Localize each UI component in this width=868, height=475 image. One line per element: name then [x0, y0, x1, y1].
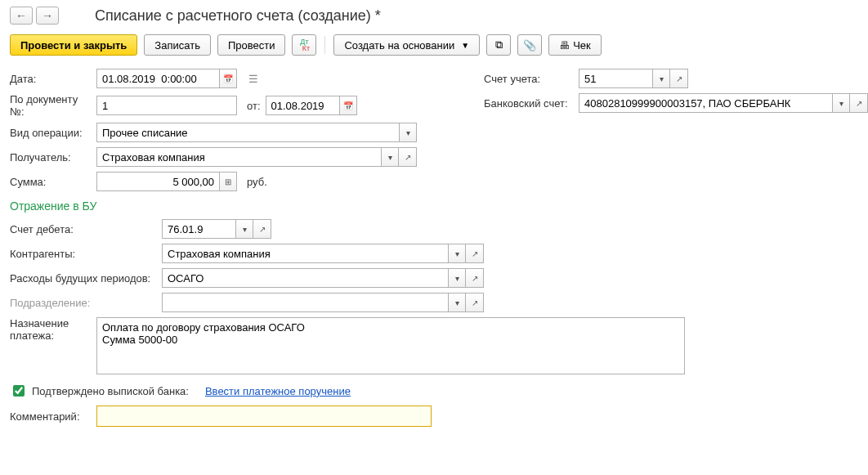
purpose-textarea[interactable] — [96, 317, 685, 374]
dt-kt-button[interactable]: ДтКт — [292, 34, 316, 56]
open-icon[interactable]: ↗ — [670, 69, 688, 88]
open-icon[interactable]: ↗ — [399, 147, 417, 167]
optype-label: Вид операции: — [10, 127, 92, 139]
dropdown-icon[interactable]: ▾ — [448, 268, 466, 288]
recipient-label: Получатель: — [10, 151, 92, 164]
from-date-group: 📅 — [266, 96, 357, 115]
sum-group: ⊞ — [96, 172, 237, 191]
calculator-icon[interactable]: ⊞ — [219, 172, 237, 191]
post-button[interactable]: Провести — [217, 34, 286, 56]
calendar-icon[interactable]: 📅 — [219, 69, 237, 88]
debit-input[interactable] — [162, 219, 235, 239]
create-based-on-button[interactable]: Создать на основании ▼ — [333, 34, 480, 56]
rbp-group: ▾ ↗ — [162, 268, 484, 288]
recipient-input[interactable] — [96, 147, 381, 167]
from-date-input[interactable] — [266, 96, 339, 115]
docnum-label: По документу №: — [10, 93, 92, 118]
currency-label: руб. — [247, 176, 267, 188]
attach-button[interactable]: 📎 — [517, 34, 542, 56]
create-based-label: Создать на основании — [344, 39, 454, 52]
toolbar-separator — [324, 36, 325, 54]
chevron-down-icon: ▼ — [461, 41, 469, 50]
contragent-input[interactable] — [162, 244, 448, 263]
cheque-label: Чек — [573, 39, 591, 52]
comment-input[interactable] — [96, 406, 432, 427]
dropdown-icon[interactable]: ▾ — [832, 93, 850, 113]
nav-back-button[interactable]: ← — [10, 7, 33, 25]
comment-label: Комментарий: — [10, 410, 92, 423]
account-group: ▾ ↗ — [579, 69, 688, 88]
confirmed-checkbox[interactable] — [13, 385, 25, 397]
from-label: от: — [247, 100, 261, 112]
rbp-label: Расходы будущих периодов: — [10, 272, 157, 285]
dropdown-icon[interactable]: ▾ — [448, 293, 466, 312]
open-icon[interactable]: ↗ — [466, 268, 484, 288]
open-icon[interactable]: ↗ — [466, 293, 484, 312]
date-label: Дата: — [10, 73, 92, 85]
optype-group: ▾ — [96, 123, 417, 142]
printer-icon: 🖶 — [559, 39, 570, 52]
subdiv-input[interactable] — [162, 293, 448, 312]
docnum-input[interactable] — [96, 96, 237, 115]
subdiv-label: Подразделение: — [10, 297, 157, 309]
dropdown-icon[interactable]: ▾ — [652, 69, 670, 88]
contragent-label: Контрагенты: — [10, 248, 157, 260]
list-icon[interactable]: ☰ — [248, 73, 258, 85]
dropdown-icon[interactable]: ▾ — [399, 123, 417, 142]
cheque-button[interactable]: 🖶 Чек — [548, 34, 602, 56]
structure-button[interactable]: ⧉ — [486, 34, 511, 56]
dropdown-icon[interactable]: ▾ — [448, 244, 466, 263]
bu-section-title: Отражение в БУ — [10, 199, 858, 213]
page-title: Списание с расчетного счета (создание) * — [95, 7, 381, 25]
bankacc-group: ▾ ↗ — [579, 93, 868, 113]
contragent-group: ▾ ↗ — [162, 244, 484, 263]
sum-input[interactable] — [96, 172, 219, 191]
bankacc-input[interactable] — [579, 93, 832, 113]
purpose-label: Назначение платежа: — [10, 317, 92, 342]
date-input-group: 📅 — [96, 69, 237, 88]
account-input[interactable] — [579, 69, 652, 88]
structure-icon: ⧉ — [495, 38, 503, 52]
account-label: Счет учета: — [484, 73, 574, 85]
nav-forward-button[interactable]: → — [36, 7, 59, 25]
confirmed-label: Подтверждено выпиской банка: — [32, 385, 189, 397]
date-input[interactable] — [96, 69, 219, 88]
debit-group: ▾ ↗ — [162, 219, 271, 239]
recipient-group: ▾ ↗ — [96, 147, 417, 167]
toolbar: Провести и закрыть Записать Провести ДтК… — [10, 34, 858, 56]
save-button[interactable]: Записать — [144, 34, 211, 56]
open-icon[interactable]: ↗ — [253, 219, 271, 239]
dropdown-icon[interactable]: ▾ — [235, 219, 253, 239]
dropdown-icon[interactable]: ▾ — [381, 147, 399, 167]
optype-input[interactable] — [96, 123, 399, 142]
dt-kt-icon: ДтКт — [299, 38, 310, 52]
open-icon[interactable]: ↗ — [850, 93, 868, 113]
enter-payment-order-link[interactable]: Ввести платежное поручение — [205, 385, 351, 397]
subdiv-group: ▾ ↗ — [162, 293, 484, 312]
bankacc-label: Банковский счет: — [484, 97, 574, 110]
post-and-close-button[interactable]: Провести и закрыть — [10, 34, 137, 56]
debit-label: Счет дебета: — [10, 223, 157, 235]
paperclip-icon: 📎 — [523, 39, 536, 52]
open-icon[interactable]: ↗ — [466, 244, 484, 263]
rbp-input[interactable] — [162, 268, 448, 288]
sum-label: Сумма: — [10, 176, 92, 188]
calendar-icon[interactable]: 📅 — [339, 96, 357, 115]
